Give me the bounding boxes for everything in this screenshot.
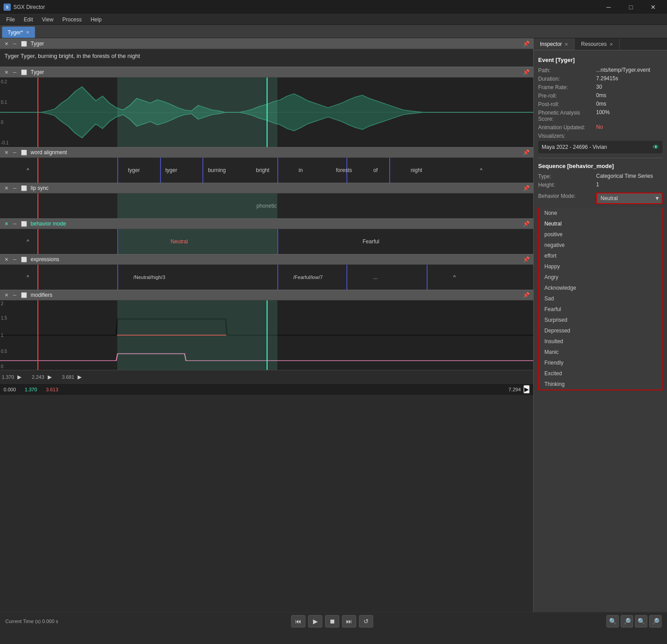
dropdown-option-excited[interactable]: Excited [539, 368, 662, 379]
lipsync-section-title: lip sync [31, 185, 49, 191]
mod-axis-2: 2 [1, 301, 4, 306]
dropdown-option-neutral[interactable]: Neutral [539, 218, 662, 229]
word-night: night [411, 167, 422, 173]
waveform-resize-btn[interactable]: ⬜ [20, 70, 28, 75]
word-caret-1: ^ [27, 167, 29, 173]
text-resize-btn[interactable]: ⬜ [20, 41, 28, 47]
menu-help[interactable]: Help [86, 16, 106, 24]
expr-resize-btn[interactable]: ⬜ [20, 257, 28, 263]
lipsync-cursor-red [37, 193, 38, 218]
mod-resize-btn[interactable]: ⬜ [20, 292, 28, 298]
behavior-resize-btn[interactable]: ⬜ [20, 221, 28, 227]
behavior-header: ✕ ─ ⬜ behavior mode 📌 [0, 218, 533, 229]
transport-loop[interactable]: ↺ [359, 615, 373, 628]
waveform-pin-icon[interactable]: 📌 [523, 69, 530, 75]
expr-close-btn[interactable]: ✕ [4, 257, 9, 263]
inspector-content: Event [Tyger] Path: ...nts/temp/Tyger.ev… [534, 50, 667, 612]
lipsync-pin-icon[interactable]: 📌 [523, 185, 530, 191]
lipsync-close-btn[interactable]: ✕ [4, 185, 9, 191]
tc-total-play[interactable]: ▶ [523, 385, 530, 394]
word-close-btn[interactable]: ✕ [4, 150, 9, 156]
dropdown-option-depressed[interactable]: Depressed [539, 325, 662, 336]
tl-play-1[interactable]: ▶ [16, 373, 23, 381]
mod-section-title: modifiers [31, 292, 53, 298]
dropdown-option-none[interactable]: None [539, 208, 662, 218]
dropdown-option-insulted[interactable]: Insulted [539, 336, 662, 347]
zoom-out-v[interactable]: 🔎 [649, 615, 662, 628]
expr-divider-1 [117, 265, 118, 290]
mod-pin-icon[interactable]: 📌 [523, 292, 530, 298]
minimize-button[interactable]: ─ [598, 0, 619, 14]
menu-file[interactable]: File [2, 16, 19, 24]
tab-close-icon[interactable]: ✕ [26, 30, 29, 35]
dropdown-option-acknowledge[interactable]: Acknowledge [539, 283, 662, 293]
word-in: in [299, 167, 303, 173]
transport-stop[interactable]: ⏹ [325, 615, 339, 628]
dropdown-option-surprised[interactable]: Surprised [539, 315, 662, 325]
zoom-in-v[interactable]: 🔍 [635, 615, 647, 628]
dropdown-option-friendly[interactable]: Friendly [539, 357, 662, 368]
dropdown-option-thinking[interactable]: Thinking [539, 379, 662, 390]
zoom-out-h[interactable]: 🔎 [621, 615, 633, 628]
expr-divider-2 [277, 265, 278, 290]
resources-tab-close[interactable]: ✕ [609, 42, 613, 47]
beh-caret: ^ [27, 238, 29, 245]
tabbar: Tyger* ✕ [0, 25, 667, 38]
insp-viz-label: Visualizers: [538, 132, 596, 139]
insp-duration-label: Duration: [538, 75, 596, 82]
transport-play[interactable]: ▶ [308, 615, 322, 628]
menu-view[interactable]: View [37, 16, 58, 24]
insp-divider [538, 158, 663, 158]
expressions-section: ✕ ─ ⬜ expressions 📌 ^ /Neutral/high/3 /F… [0, 254, 533, 290]
resources-tab-label: Resources [581, 41, 606, 47]
close-button[interactable]: ✕ [643, 0, 663, 14]
tc-total-val: 7.294 [508, 387, 521, 392]
word-header: ✕ ─ ⬜ word alignment 📌 [0, 147, 533, 158]
waveform-close-btn[interactable]: ✕ [4, 70, 9, 75]
transport-skip-back[interactable]: ⏮ [291, 615, 305, 628]
waveform-minus-btn[interactable]: ─ [12, 70, 17, 75]
text-pin-icon[interactable]: 📌 [523, 41, 530, 47]
tab-resources[interactable]: Resources ✕ [575, 38, 619, 50]
word-divider-1 [117, 158, 118, 183]
text-close-btn[interactable]: ✕ [4, 41, 9, 47]
menu-process[interactable]: Process [58, 16, 86, 24]
inspector-tab-close[interactable]: ✕ [564, 42, 568, 47]
zoom-in-h[interactable]: 🔍 [606, 615, 619, 628]
dropdown-option-sad[interactable]: Sad [539, 293, 662, 304]
menu-edit[interactable]: Edit [19, 16, 37, 24]
text-minus-btn[interactable]: ─ [12, 41, 17, 46]
tl-play-2[interactable]: ▶ [46, 373, 53, 381]
mod-minus-btn[interactable]: ─ [12, 292, 17, 298]
lipsync-highlight [117, 193, 277, 218]
lipsync-resize-btn[interactable]: ⬜ [20, 185, 28, 191]
dropdown-option-angry[interactable]: Angry [539, 272, 662, 283]
word-pin-icon[interactable]: 📌 [523, 149, 530, 156]
behavior-mode-select[interactable]: Neutral [596, 193, 663, 204]
tab-tyger[interactable]: Tyger* ✕ [2, 26, 35, 38]
dropdown-option-happy[interactable]: Happy [539, 261, 662, 272]
expr-pin-icon[interactable]: 📌 [523, 256, 530, 263]
dropdown-option-manic[interactable]: Manic [539, 347, 662, 357]
dropdown-option-fearful[interactable]: Fearful [539, 304, 662, 315]
word-minus-btn[interactable]: ─ [12, 150, 17, 155]
behavior-close-btn[interactable]: ✕ [4, 221, 9, 227]
dropdown-option-positive[interactable]: positive [539, 229, 662, 240]
word-resize-btn[interactable]: ⬜ [20, 150, 28, 156]
behavior-minus-btn[interactable]: ─ [12, 221, 17, 226]
behavior-pin-icon[interactable]: 📌 [523, 221, 530, 227]
expr-minus-btn[interactable]: ─ [12, 257, 17, 262]
tab-inspector[interactable]: Inspector ✕ [534, 38, 575, 50]
dropdown-wrapper: Neutral ▼ [596, 193, 663, 204]
maximize-button[interactable]: □ [621, 0, 641, 14]
mod-close-btn[interactable]: ✕ [4, 292, 9, 298]
dropdown-option-negative[interactable]: negative [539, 240, 662, 250]
inspector-tab-label: Inspector [540, 41, 562, 47]
lipsync-minus-btn[interactable]: ─ [12, 185, 17, 191]
dropdown-option-effort[interactable]: effort [539, 250, 662, 261]
transport-skip-fwd[interactable]: ⏭ [342, 615, 356, 628]
word-forests: forests [336, 167, 352, 173]
tl-play-3[interactable]: ▶ [76, 373, 83, 381]
eye-icon[interactable]: 👁 [653, 144, 659, 151]
titlebar-controls[interactable]: ─ □ ✕ [598, 0, 663, 14]
